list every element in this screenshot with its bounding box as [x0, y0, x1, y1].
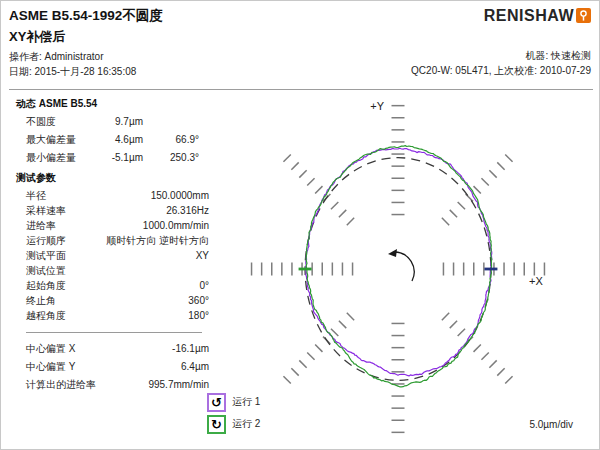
row-value: 4.6µm: [91, 132, 143, 150]
param-row: 测试位置: [9, 263, 209, 278]
row-label: 测试位置: [9, 263, 105, 278]
polar-plot: +Y+X: [236, 89, 600, 449]
row-value: 9.7µm: [91, 114, 143, 132]
row-value: 0°: [105, 278, 209, 293]
row-label: 最小偏差量: [9, 150, 91, 168]
legend-label: 运行 1: [232, 395, 260, 409]
legend-label: 运行 2: [232, 417, 260, 431]
row-value: 26.316Hz: [105, 203, 209, 218]
run1-ccw-arrow-icon: ↺: [207, 393, 226, 412]
page-title: ASME B5.54-1992不圆度: [9, 7, 163, 25]
row-label: 采样速率: [9, 203, 105, 218]
row-label: 不圆度: [9, 114, 91, 132]
row-value: 6.4µm: [105, 359, 209, 377]
panel-divider: [26, 332, 202, 333]
run2-cw-arrow-icon: ↻: [207, 415, 226, 434]
renishaw-logo: RENISHAW: [484, 7, 591, 27]
param-row: 终止角 360°: [9, 293, 209, 308]
row-label: 中心偏置 X: [9, 341, 105, 359]
row-label: 测试平面: [9, 248, 105, 263]
legend-item-run2: ↻ 运行 2: [207, 414, 260, 434]
row-label: 终止角: [9, 293, 105, 308]
row-label: 越程角度: [9, 308, 105, 323]
operator-line: 操作者: Administrator: [9, 50, 103, 64]
machine-line: 机器: 快速检测: [411, 48, 591, 63]
offset-row: 中心偏置 X -16.1µm: [9, 341, 209, 359]
row-value: 顺时针方向 逆时针方向: [105, 233, 209, 248]
offset-row: 中心偏置 Y 6.4µm: [9, 359, 209, 377]
row-label: 起始角度: [9, 278, 105, 293]
offset-row: 计算出的进给率 995.7mm/min: [9, 377, 209, 395]
renishaw-wordmark: RENISHAW: [484, 7, 574, 25]
run-legend: ↺ 运行 1 ↻ 运行 2: [207, 392, 260, 436]
machine-info: 机器: 快速检测 QC20-W: 05L471, 上次校准: 2010-07-2…: [411, 48, 591, 78]
test-params-heading: 测试参数: [16, 171, 209, 188]
param-row: 运行顺序 顺时针方向 逆时针方向: [9, 233, 209, 248]
row-label: 中心偏置 Y: [9, 359, 105, 377]
center-offset-section: 中心偏置 X -16.1µm 中心偏置 Y 6.4µm 计算出的进给率 995.…: [9, 341, 209, 395]
date-line: 日期: 2015-十月-28 16:35:08: [9, 65, 136, 79]
row-angle: 66.9°: [143, 132, 199, 150]
start-marker-run-1: [484, 268, 497, 271]
result-row: 最小偏差量 -5.1µm 250.3°: [9, 150, 209, 168]
renishaw-emblem-icon: [576, 8, 591, 27]
row-label: 运行顺序: [9, 233, 105, 248]
page-subtitle: XY补偿后: [9, 28, 65, 46]
row-label: 计算出的进给率: [9, 377, 105, 395]
axis-label-y: +Y: [370, 100, 384, 112]
device-line: QC20-W: 05L471, 上次校准: 2010-07-29: [411, 63, 591, 78]
axis-label-x: +X: [529, 275, 543, 287]
scale-per-division-note: 5.0µm/div: [529, 419, 573, 430]
row-value: 995.7mm/min: [105, 377, 209, 395]
row-angle: [143, 114, 199, 132]
row-value: -5.1µm: [91, 150, 143, 168]
param-row: 起始角度 0°: [9, 278, 209, 293]
param-row: 半径 150.0000mm: [9, 188, 209, 203]
test-params-section: 测试参数 半径 150.0000mm 采样速率 26.316Hz 进给率 100…: [9, 171, 209, 323]
result-row: 最大偏差量 4.6µm 66.9°: [9, 132, 209, 150]
param-row: 越程角度 180°: [9, 308, 209, 323]
row-label: 半径: [9, 188, 105, 203]
param-row: 采样速率 26.316Hz: [9, 203, 209, 218]
param-row: 进给率 1000.0mm/min: [9, 218, 209, 233]
results-panel: 动态 ASME B5.54 不圆度 9.7µm 最大偏差量 4.6µm 66.9…: [9, 97, 209, 395]
row-label: 进给率: [9, 218, 105, 233]
row-value: -16.1µm: [105, 341, 209, 359]
row-angle: 250.3°: [143, 150, 199, 168]
result-row: 不圆度 9.7µm: [9, 114, 209, 132]
dynamic-section-heading: 动态 ASME B5.54: [16, 97, 209, 114]
start-marker-run-2: [299, 268, 312, 271]
dynamic-section: 动态 ASME B5.54 不圆度 9.7µm 最大偏差量 4.6µm 66.9…: [9, 97, 209, 168]
center-direction-arrow: [388, 249, 414, 281]
row-value: 150.0000mm: [105, 188, 209, 203]
row-value: 360°: [105, 293, 209, 308]
row-value: [105, 263, 209, 278]
param-row: 测试平面 XY: [9, 248, 209, 263]
polar-grid-ticks: [252, 106, 545, 433]
legend-item-run1: ↺ 运行 1: [207, 392, 260, 412]
row-value: 180°: [105, 308, 209, 323]
row-label: 最大偏差量: [9, 132, 91, 150]
row-value: XY: [105, 248, 209, 263]
row-value: 1000.0mm/min: [105, 218, 209, 233]
